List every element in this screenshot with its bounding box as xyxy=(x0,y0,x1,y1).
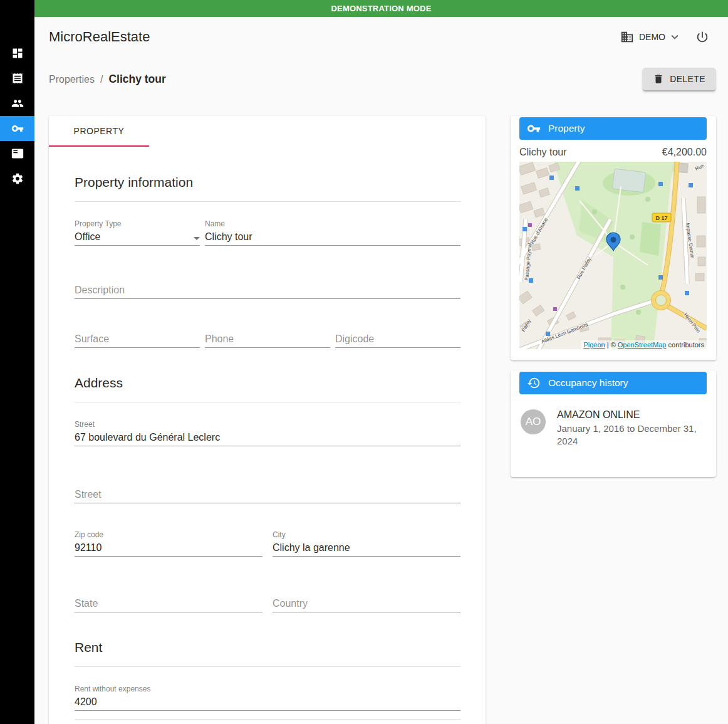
section-divider xyxy=(75,402,460,402)
zip-code-value: 92110 xyxy=(75,540,263,557)
property-card-header: Property xyxy=(519,117,707,140)
breadcrumb-current: Clichy tour xyxy=(108,73,165,86)
occupancy-list-item[interactable]: AO AMAZON ONLINE January 1, 2016 to Dece… xyxy=(519,394,707,448)
power-icon xyxy=(695,30,709,44)
country-field[interactable]: Country xyxy=(273,585,460,612)
zip-code-label: Zip code xyxy=(75,530,263,540)
breadcrumb-properties-link[interactable]: Properties xyxy=(49,74,95,85)
description-placeholder: Description xyxy=(75,283,460,299)
phone-placeholder: Phone xyxy=(205,332,330,348)
sidebar-item-properties[interactable] xyxy=(0,116,34,141)
organization-switcher[interactable]: DEMO xyxy=(620,30,682,44)
street1-value: 67 boulevard du Général Leclerc xyxy=(75,430,460,446)
country-placeholder: Country xyxy=(273,596,460,612)
phone-field[interactable]: Phone xyxy=(205,321,330,348)
key-icon xyxy=(527,122,541,135)
delete-button[interactable]: DELETE xyxy=(643,68,715,90)
property-type-select[interactable]: Property Type Office xyxy=(75,219,200,246)
sidebar-item-accounting[interactable] xyxy=(0,141,34,166)
surface-field[interactable]: Surface xyxy=(75,321,200,348)
right-column: Property Clichy tour €4,200.00 xyxy=(511,116,716,477)
chevron-down-icon xyxy=(668,30,682,44)
rent-without-expenses-value: 4200 xyxy=(75,695,460,711)
state-placeholder: State xyxy=(75,596,263,612)
property-type-label: Property Type xyxy=(75,219,200,229)
property-summary-card: Property Clichy tour €4,200.00 xyxy=(511,116,716,360)
demo-mode-text: DEMONSTRATION MODE xyxy=(331,4,431,13)
section-divider xyxy=(75,201,460,202)
rent-without-expenses-field[interactable]: Rent without expenses 4200 xyxy=(75,684,460,711)
section-title-property-information: Property information xyxy=(75,173,460,192)
property-form: Property information Property Type Offic… xyxy=(49,147,486,724)
sidebar xyxy=(0,0,34,724)
description-field[interactable]: Description xyxy=(75,272,460,299)
sign-out-button[interactable] xyxy=(695,30,709,44)
demo-mode-banner: DEMONSTRATION MODE xyxy=(34,0,728,17)
dashboard-icon xyxy=(11,47,24,60)
app-header: MicroRealEstate DEMO xyxy=(34,17,728,56)
property-map[interactable]: D 17 Rue d'Alsace Rue Palloy Palloy Allé… xyxy=(519,162,707,349)
tenant-avatar: AO xyxy=(521,409,546,434)
street1-label: Street xyxy=(75,419,460,430)
sidebar-item-dashboard[interactable] xyxy=(0,41,34,66)
street2-field[interactable]: Street xyxy=(75,476,460,503)
city-value: Clichy la garenne xyxy=(273,540,460,557)
pigeon-link[interactable]: Pigeon xyxy=(583,341,605,349)
digicode-field[interactable]: Digicode xyxy=(335,321,460,348)
people-icon xyxy=(11,97,24,110)
dropdown-arrow-icon xyxy=(194,237,200,240)
name-label: Name xyxy=(205,219,460,229)
trash-icon xyxy=(653,73,664,85)
featured-list-icon xyxy=(11,147,24,160)
building-icon xyxy=(620,30,634,44)
tenant-name: AMAZON ONLINE xyxy=(557,409,704,421)
property-form-card: PROPERTY Property information Property T… xyxy=(49,116,486,724)
property-type-value: Office xyxy=(75,231,101,243)
sidebar-item-rents[interactable] xyxy=(0,66,34,91)
rent-without-expenses-label: Rent without expenses xyxy=(75,684,460,695)
property-rent-amount: €4,200.00 xyxy=(662,147,707,158)
property-name: Clichy tour xyxy=(519,147,567,158)
key-icon xyxy=(11,122,24,135)
section-divider xyxy=(75,666,460,667)
openstreetmap-canvas: D 17 Rue d'Alsace Rue Palloy Palloy Allé… xyxy=(519,162,707,349)
section-title-address: Address xyxy=(75,374,460,392)
section-title-rent: Rent xyxy=(75,638,460,657)
tab-property[interactable]: PROPERTY xyxy=(49,116,149,147)
map-attribution: Pigeon | © OpenStreetMap contributors xyxy=(581,340,707,349)
tenant-period: January 1, 2016 to December 31, 2024 xyxy=(557,422,704,448)
name-field[interactable]: Name Clichy tour xyxy=(205,219,460,246)
receipt-icon xyxy=(11,72,24,85)
occupancy-history-card: Occupancy history AO AMAZON ONLINE Janua… xyxy=(511,370,716,477)
zip-code-field[interactable]: Zip code 92110 xyxy=(75,530,263,557)
city-label: City xyxy=(273,530,460,540)
occupancy-card-header: Occupancy history xyxy=(519,372,707,394)
history-icon xyxy=(527,376,541,390)
settings-icon xyxy=(11,172,24,185)
sidebar-item-settings[interactable] xyxy=(0,166,34,191)
breadcrumb-separator: / xyxy=(100,74,103,85)
next-field-underline xyxy=(75,719,460,720)
street1-field[interactable]: Street 67 boulevard du Général Leclerc xyxy=(75,419,460,446)
road-badge-d17: D 17 xyxy=(655,215,667,221)
state-field[interactable]: State xyxy=(75,585,263,612)
openstreetmap-link[interactable]: OpenStreetMap xyxy=(618,341,667,349)
name-value: Clichy tour xyxy=(205,229,460,246)
organization-name: DEMO xyxy=(639,32,665,42)
digicode-placeholder: Digicode xyxy=(335,332,460,348)
street2-placeholder: Street xyxy=(75,487,460,503)
surface-placeholder: Surface xyxy=(75,332,200,348)
app-title: MicroRealEstate xyxy=(49,29,620,45)
sidebar-item-tenants[interactable] xyxy=(0,91,34,116)
city-field[interactable]: City Clichy la garenne xyxy=(273,530,460,557)
tab-bar: PROPERTY xyxy=(49,116,486,147)
breadcrumb: Properties / Clichy tour xyxy=(49,73,166,86)
